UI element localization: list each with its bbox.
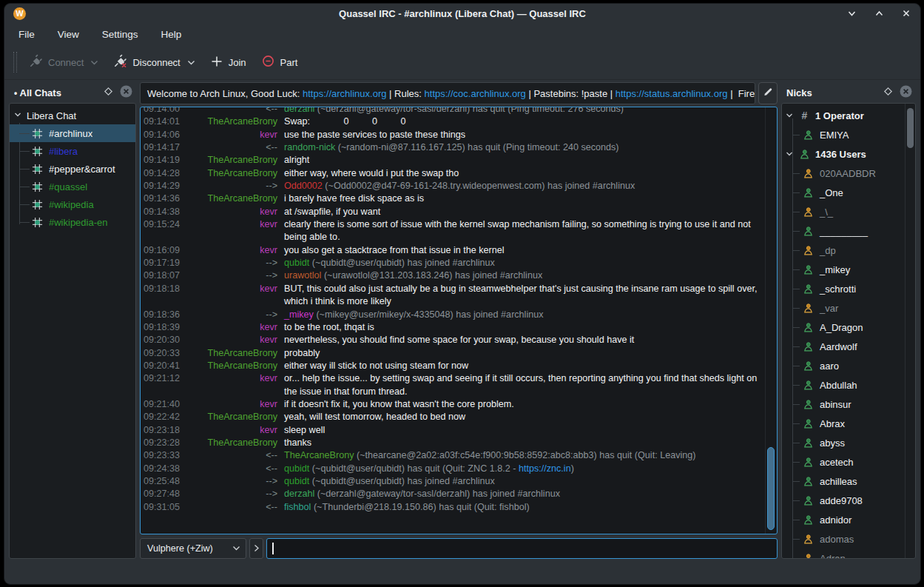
- float-panel-icon[interactable]: [883, 86, 893, 99]
- message-row: 09:21:40kevrif it doesn't fix it, you kn…: [144, 398, 763, 411]
- expand-input-button[interactable]: [249, 538, 263, 559]
- user-icon: [803, 495, 814, 506]
- nick-group-label: 1436 Users: [815, 149, 866, 160]
- message-segment: random-nick: [284, 142, 335, 152]
- close-button[interactable]: [901, 8, 911, 19]
- topic-text: | Rules:: [386, 88, 424, 99]
- topic-link[interactable]: https://archlinux.org: [303, 88, 386, 99]
- message-link[interactable]: https://znc.in: [519, 463, 571, 474]
- channel-label: #libera: [49, 146, 78, 157]
- message-text: derzahl (~derzahl@gateway/tor-sasl/derza…: [284, 488, 763, 500]
- chat-scrollbar-thumb[interactable]: [767, 447, 775, 530]
- message-text: i barely have free disk space as is: [284, 192, 763, 205]
- message-input[interactable]: [266, 538, 778, 559]
- nick-item[interactable]: _One: [782, 183, 906, 202]
- nick-item[interactable]: _schrotti: [782, 279, 906, 298]
- message-timestamp: 09:17:19: [144, 257, 189, 269]
- message-segment: qubidt: [284, 463, 309, 474]
- nick-item[interactable]: 020AADBDR: [782, 164, 906, 183]
- message-sender: TheArcaneBrony: [189, 192, 284, 205]
- channel-item[interactable]: #archlinux: [10, 124, 135, 142]
- nick-label: _var: [820, 303, 838, 314]
- nick-item[interactable]: adnidor: [782, 510, 906, 529]
- network-label: Libera Chat: [27, 110, 76, 121]
- chevron-down-icon[interactable]: [785, 150, 794, 158]
- user-icon: [803, 187, 814, 198]
- nick-item[interactable]: aaro: [782, 356, 906, 375]
- nick-group[interactable]: 1436 Users: [782, 144, 906, 164]
- menu-view[interactable]: View: [58, 29, 79, 40]
- chat-scrollbar[interactable]: [765, 107, 777, 534]
- nick-item[interactable]: _mikey: [782, 260, 906, 279]
- connect-button[interactable]: Connect: [29, 54, 98, 70]
- message-text: thanks: [284, 437, 763, 449]
- nick-item[interactable]: adomas: [782, 529, 906, 549]
- channel-item[interactable]: #quassel: [10, 178, 135, 195]
- nicks-scrollbar-thumb[interactable]: [907, 108, 914, 148]
- message-sender: TheArcaneBrony: [189, 437, 284, 449]
- join-button[interactable]: Join: [210, 55, 246, 70]
- channel-item[interactable]: #libera: [10, 142, 135, 160]
- network-item[interactable]: Libera Chat: [10, 107, 135, 124]
- float-panel-icon[interactable]: [104, 86, 113, 99]
- chevron-down-icon[interactable]: [785, 111, 794, 120]
- nick-item[interactable]: acetech: [782, 452, 906, 472]
- nick-item[interactable]: _________: [782, 221, 906, 241]
- message-segment: or... help the issue... by setting swap …: [284, 373, 760, 396]
- nick-item[interactable]: abyss: [782, 433, 906, 452]
- chevron-down-icon[interactable]: [13, 110, 22, 121]
- message-segment: Odd0002: [284, 181, 323, 191]
- nick-selector-dropdown[interactable]: Vulphere (+Ziw): [140, 538, 246, 559]
- edit-topic-button[interactable]: [758, 82, 778, 104]
- nick-label: adomas: [820, 534, 854, 545]
- nick-item[interactable]: EMIYA: [782, 125, 906, 144]
- nick-label: _________: [820, 226, 868, 237]
- message-text: if it doesn't fix it, you know that wasn…: [284, 398, 763, 411]
- nick-label: EMIYA: [820, 130, 849, 141]
- close-panel-icon[interactable]: [900, 85, 912, 101]
- menu-file[interactable]: File: [18, 29, 35, 40]
- menubar: File View Settings Help: [4, 23, 920, 45]
- message-segment: clearly there is some sort of issue with…: [284, 219, 753, 242]
- channel-item[interactable]: #pepper&carrot: [10, 160, 135, 178]
- message-segment: probably: [284, 348, 320, 358]
- nick-item[interactable]: adde9708: [782, 491, 906, 510]
- nick-group[interactable]: #1 Operator: [782, 106, 906, 125]
- topic-link[interactable]: https://status.archlinux.org: [616, 88, 728, 99]
- connect-dropdown-chevron[interactable]: [90, 57, 98, 68]
- channel-item[interactable]: #wikipedia: [10, 195, 135, 213]
- menu-help[interactable]: Help: [161, 29, 182, 40]
- disconnect-dropdown-chevron[interactable]: [187, 57, 195, 68]
- message-text: _mikey (~mikey@user/mikey/x-4335048) has…: [284, 309, 763, 321]
- nick-item[interactable]: abinsur: [782, 395, 906, 414]
- nick-item[interactable]: _\_: [782, 202, 906, 221]
- nick-label: adnidor: [820, 514, 852, 526]
- message-segment: you also get a stacktrace from that issu…: [284, 245, 505, 255]
- topic-link[interactable]: https://coc.archlinux.org: [425, 88, 526, 99]
- nick-item[interactable]: Adran: [782, 549, 906, 558]
- user-away-icon: [803, 303, 814, 314]
- channel-label: #wikipedia-en: [49, 217, 108, 228]
- channel-icon: [32, 217, 43, 228]
- nick-item[interactable]: Aardwolf: [782, 337, 906, 356]
- nicks-scrollbar[interactable]: [905, 104, 915, 558]
- message-row: 09:14:38kevrat /swapfile, if you want: [144, 206, 763, 218]
- minimize-button[interactable]: [846, 8, 857, 19]
- user-icon: [803, 380, 814, 391]
- disconnect-button[interactable]: Disconnect: [113, 54, 195, 70]
- chat-view[interactable]: 09:14:00<--derzahl (~derzahl@gateway/tor…: [140, 107, 778, 534]
- nick-item[interactable]: Abrax: [782, 414, 906, 433]
- menu-settings[interactable]: Settings: [102, 29, 138, 40]
- channel-label: #quassel: [49, 181, 87, 192]
- close-panel-icon[interactable]: [120, 85, 132, 101]
- nick-item[interactable]: _dp: [782, 241, 906, 260]
- toolbar-drag-handle[interactable]: [13, 52, 17, 73]
- maximize-button[interactable]: [874, 8, 885, 19]
- channel-item[interactable]: #wikipedia-en: [10, 213, 135, 231]
- nick-item[interactable]: Abdullah: [782, 375, 906, 395]
- nick-item[interactable]: A_Dragon: [782, 318, 906, 337]
- nick-item[interactable]: _var: [782, 298, 906, 318]
- nick-item[interactable]: achilleas: [782, 472, 906, 491]
- event-arrow: -->: [189, 269, 284, 282]
- part-button[interactable]: Part: [261, 54, 298, 70]
